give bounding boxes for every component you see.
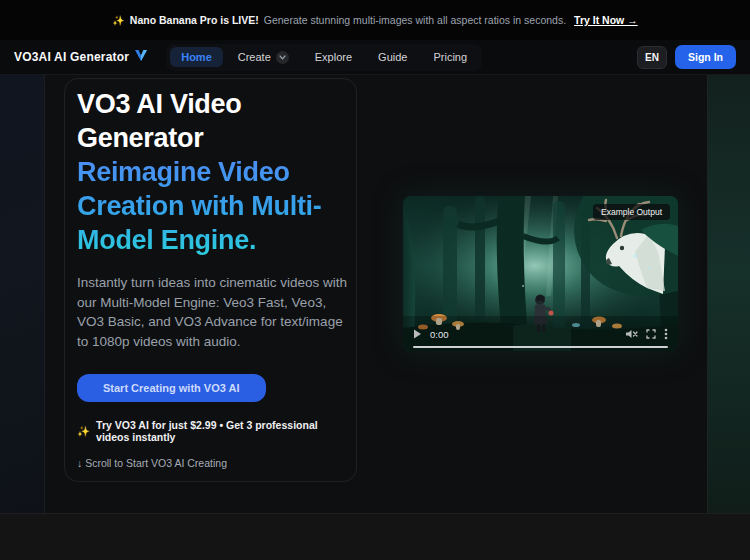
chevron-down-icon (276, 51, 289, 64)
nav-item-create-label: Create (238, 51, 271, 63)
hero-title: VO3 AI Video Generator Reimagine Video C… (77, 87, 344, 257)
mute-icon[interactable] (626, 329, 638, 339)
example-video-player[interactable]: Example Output 0:00 (403, 196, 678, 351)
nav-item-pricing[interactable]: Pricing (422, 47, 478, 67)
hero-title-white: VO3 AI Video Generator (77, 87, 344, 155)
nav-right: EN Sign In (637, 45, 736, 69)
brand-name: VO3AI AI Generator (14, 50, 129, 64)
sparkles-icon: ✨ (77, 425, 90, 438)
sparkles-icon: ✨ (112, 15, 124, 26)
nav-item-home-label: Home (181, 51, 212, 63)
video-controls: 0:00 (403, 325, 678, 343)
more-options-icon[interactable] (664, 328, 668, 340)
nav-item-explore-label: Explore (315, 51, 352, 63)
hero-description: Instantly turn ideas into cinematic vide… (77, 273, 349, 351)
brand-v-icon (134, 48, 148, 66)
navbar: VO3AI AI Generator Home Create Explore (0, 40, 750, 75)
announcement-bar: ✨ Nano Banana Pro is LIVE! Generate stun… (0, 0, 750, 40)
left-edge-panel (0, 75, 45, 513)
next-section (0, 513, 750, 560)
scroll-hint: ↓ Scroll to Start VO3 AI Creating (77, 457, 344, 469)
nav-links: Home Create Explore Guide Pricing (166, 44, 482, 71)
nav-item-create[interactable]: Create (227, 47, 300, 68)
nav-item-home[interactable]: Home (170, 47, 223, 67)
brand-logo[interactable]: VO3AI AI Generator (14, 48, 148, 66)
start-creating-button[interactable]: Start Creating with VO3 AI (77, 374, 266, 402)
announcement-text: Generate stunning multi-images with all … (264, 14, 566, 26)
nav-item-explore[interactable]: Explore (304, 47, 363, 67)
sign-in-button[interactable]: Sign In (675, 45, 736, 69)
offer-text: Try VO3 AI for just $2.99 • Get 3 profes… (96, 419, 344, 443)
announcement-cta-link[interactable]: Try It Now → (574, 14, 638, 26)
hero-title-gradient: Reimagine Video Creation with Multi-Mode… (77, 155, 344, 257)
video-progress-bar[interactable] (413, 346, 668, 349)
fullscreen-icon[interactable] (646, 329, 656, 339)
example-output-badge: Example Output (593, 204, 670, 220)
video-time: 0:00 (430, 329, 449, 340)
play-icon[interactable] (413, 329, 422, 339)
announcement-highlight: Nano Banana Pro is LIVE! (130, 14, 259, 26)
right-edge-panel (707, 75, 750, 513)
offer-line: ✨ Try VO3 AI for just $2.99 • Get 3 prof… (77, 419, 344, 443)
language-button[interactable]: EN (637, 46, 667, 69)
page: ✨ Nano Banana Pro is LIVE! Generate stun… (0, 0, 750, 560)
nav-item-guide-label: Guide (378, 51, 407, 63)
nav-item-guide[interactable]: Guide (367, 47, 418, 67)
nav-item-pricing-label: Pricing (433, 51, 467, 63)
hero-section: VO3 AI Video Generator Reimagine Video C… (0, 75, 750, 513)
hero-content-box: VO3 AI Video Generator Reimagine Video C… (64, 78, 357, 482)
